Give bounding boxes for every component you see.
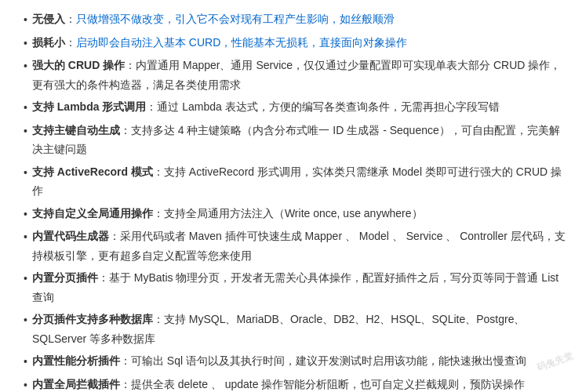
item-body: 可输出 Sql 语句以及其执行时间，建议开发测试时启用该功能，能快速揪出慢查询 xyxy=(131,354,526,367)
item-text: 支持 ActiveRecord 模式：支持 ActiveRecord 形式调用，… xyxy=(32,162,566,201)
item-label: 分页插件支持多种数据库 xyxy=(32,313,153,325)
item-text: 内置分页插件：基于 MyBatis 物理分页，开发者无需关心具体操作，配置好插件… xyxy=(32,268,566,307)
bullet-icon: • xyxy=(24,163,27,183)
list-item: •支持自定义全局通用操作：支持全局通用方法注入（Write once, use … xyxy=(24,204,566,224)
item-text: 无侵入：只做增强不做改变，引入它不会对现有工程产生影响，如丝般顺滑 xyxy=(32,9,566,29)
item-separator: ： xyxy=(120,378,131,390)
bullet-icon: • xyxy=(24,352,27,372)
bullet-icon: • xyxy=(24,376,27,393)
item-separator: ： xyxy=(65,36,76,49)
item-body: 提供全表 delete 、 update 操作智能分析阻断，也可自定义拦截规则，… xyxy=(131,378,526,390)
item-separator: ： xyxy=(120,354,131,367)
bullet-icon: • xyxy=(24,122,27,141)
bullet-icon: • xyxy=(24,56,27,76)
item-separator: ： xyxy=(153,207,164,220)
item-separator: ： xyxy=(153,313,164,325)
item-label: 强大的 CRUD 操作 xyxy=(32,59,125,71)
item-label: 内置全局拦截插件 xyxy=(32,378,120,390)
item-label: 支持 ActiveRecord 模式 xyxy=(32,165,153,178)
item-text: 分页插件支持多种数据库：支持 MySQL、MariaDB、Oracle、DB2、… xyxy=(32,310,566,348)
item-separator: ： xyxy=(109,230,120,242)
list-item: •分页插件支持多种数据库：支持 MySQL、MariaDB、Oracle、DB2… xyxy=(24,310,566,348)
features-list: •无侵入：只做增强不做改变，引入它不会对现有工程产生影响，如丝般顺滑•损耗小：启… xyxy=(24,9,566,392)
item-body: 支持全局通用方法注入（Write once, use anywhere） xyxy=(164,207,423,220)
bullet-icon: • xyxy=(24,227,27,247)
list-item: •损耗小：启动即会自动注入基本 CURD，性能基本无损耗，直接面向对象操作 xyxy=(24,33,566,53)
item-text: 损耗小：启动即会自动注入基本 CURD，性能基本无损耗，直接面向对象操作 xyxy=(32,33,566,53)
item-separator: ： xyxy=(146,100,157,113)
item-separator: ： xyxy=(120,124,131,136)
bullet-icon: • xyxy=(24,205,27,224)
list-item: •内置全局拦截插件：提供全表 delete 、 update 操作智能分析阻断，… xyxy=(24,375,566,393)
item-separator: ： xyxy=(153,165,164,178)
list-item: •强大的 CRUD 操作：内置通用 Mapper、通用 Service，仅仅通过… xyxy=(24,56,566,94)
item-separator: ： xyxy=(125,59,136,71)
item-text: 内置全局拦截插件：提供全表 delete 、 update 操作智能分析阻断，也… xyxy=(32,375,566,393)
item-text: 支持 Lambda 形式调用：通过 Lambda 表达式，方便的编写各类查询条件… xyxy=(32,97,566,117)
item-body: 启动即会自动注入基本 CURD，性能基本无损耗，直接面向对象操作 xyxy=(76,36,407,49)
item-label: 支持 Lambda 形式调用 xyxy=(32,100,146,113)
item-label: 内置性能分析插件 xyxy=(32,354,120,367)
bullet-icon: • xyxy=(24,269,27,289)
item-label: 支持主键自动生成 xyxy=(32,124,120,136)
list-item: •支持主键自动生成：支持多达 4 种主键策略（内含分布式唯一 ID 生成器 - … xyxy=(24,121,566,159)
list-item: •内置分页插件：基于 MyBatis 物理分页，开发者无需关心具体操作，配置好插… xyxy=(24,268,566,307)
item-text: 内置性能分析插件：可输出 Sql 语句以及其执行时间，建议开发测试时启用该功能，… xyxy=(32,351,566,371)
item-label: 损耗小 xyxy=(32,36,65,49)
list-item: •支持 Lambda 形式调用：通过 Lambda 表达式，方便的编写各类查询条… xyxy=(24,97,566,118)
item-text: 强大的 CRUD 操作：内置通用 Mapper、通用 Service，仅仅通过少… xyxy=(32,56,566,94)
item-text: 内置代码生成器：采用代码或者 Maven 插件可快速生成 Mapper 、 Mo… xyxy=(32,227,566,265)
list-item: •内置性能分析插件：可输出 Sql 语句以及其执行时间，建议开发测试时启用该功能… xyxy=(24,351,566,372)
item-separator: ： xyxy=(65,13,76,25)
bullet-icon: • xyxy=(24,10,27,30)
bullet-icon: • xyxy=(24,34,27,53)
item-body: 只做增强不做改变，引入它不会对现有工程产生影响，如丝般顺滑 xyxy=(76,13,395,25)
item-text: 支持主键自动生成：支持多达 4 种主键策略（内含分布式唯一 ID 生成器 - S… xyxy=(32,121,566,159)
bullet-icon: • xyxy=(24,310,27,330)
list-item: •支持 ActiveRecord 模式：支持 ActiveRecord 形式调用… xyxy=(24,162,566,201)
item-body: 通过 Lambda 表达式，方便的编写各类查询条件，无需再担心字段写错 xyxy=(157,100,499,113)
list-item: •无侵入：只做增强不做改变，引入它不会对现有工程产生影响，如丝般顺滑 xyxy=(24,9,566,30)
item-text: 支持自定义全局通用操作：支持全局通用方法注入（Write once, use a… xyxy=(32,204,566,223)
list-item: •内置代码生成器：采用代码或者 Maven 插件可快速生成 Mapper 、 M… xyxy=(24,227,566,265)
item-label: 内置代码生成器 xyxy=(32,230,109,242)
item-label: 无侵入 xyxy=(32,13,65,25)
item-label: 支持自定义全局通用操作 xyxy=(32,207,153,220)
item-label: 内置分页插件 xyxy=(32,271,98,284)
item-separator: ： xyxy=(98,271,109,284)
item-body: 基于 MyBatis 物理分页，开发者无需关心具体操作，配置好插件之后，写分页等… xyxy=(32,271,558,303)
bullet-icon: • xyxy=(24,98,27,118)
